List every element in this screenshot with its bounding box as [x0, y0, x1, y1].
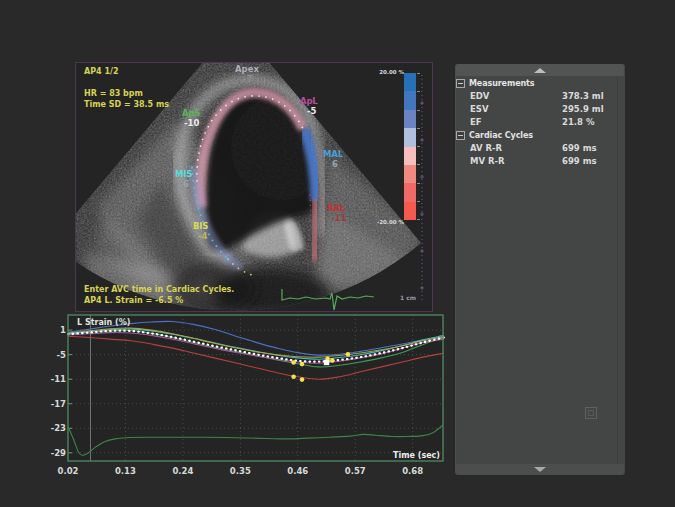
tick-label-y: -17	[51, 399, 66, 409]
segment-name: MIS	[175, 169, 192, 179]
marker-dot	[291, 374, 296, 379]
collapse-icon[interactable]	[456, 79, 465, 88]
scroll-down-button[interactable]	[456, 464, 624, 475]
segment-value: -5	[307, 106, 317, 116]
colorbar-segment	[404, 202, 416, 220]
scale-label: 1 cm	[400, 294, 416, 301]
scroll-down-icon	[534, 467, 546, 472]
chart-plot-area	[68, 315, 443, 461]
tick-label-x: 0.13	[115, 466, 136, 476]
time-sd-label: Time SD = 38.5 ms	[84, 100, 169, 109]
colorbar-max-label: 20.00 %	[379, 69, 404, 75]
segment-label-mal: MAL6	[323, 149, 343, 169]
segment-label-bal: BAL-11	[327, 203, 346, 223]
measurement-row-mv-r-r: MV R-R699 ms	[455, 155, 625, 168]
strain-result: AP4 L. Strain = -6.5 %	[84, 296, 183, 305]
tick-label-y: -5	[57, 350, 67, 360]
measurement-label: AV R-R	[470, 142, 502, 155]
measurement-label: ESV	[470, 103, 489, 116]
measurement-row-edv: EDV378.3 ml	[455, 90, 625, 103]
tick-label-x: 0.24	[172, 466, 193, 476]
segment-label-bis: BIS-4	[193, 221, 208, 241]
strain-colorbar: 20.00 % -20.00 %	[404, 73, 416, 220]
measurement-label: EF	[470, 116, 482, 129]
measurement-row-ef: EF21.8 %	[455, 116, 625, 129]
marker-dot	[291, 360, 296, 365]
segment-label-apl: ApL-5	[300, 96, 317, 116]
segment-name: BAL	[327, 203, 346, 213]
avc-message: Enter AVC time in Cardiac Cycles.	[84, 285, 234, 294]
section-title: Measurements	[469, 77, 534, 90]
measurement-value: 21.8 %	[562, 116, 594, 129]
measurement-label: MV R-R	[470, 155, 505, 168]
measurement-value: 699 ms	[562, 155, 597, 168]
segment-name: BIS	[193, 221, 208, 231]
colorbar-ticks	[417, 73, 420, 221]
measurement-row-av-r-r: AV R-R699 ms	[455, 142, 625, 155]
chart-xlabel: Time (sec)	[393, 451, 440, 460]
tick-label-x: 0.02	[58, 466, 79, 476]
marker-dot	[330, 358, 335, 363]
minus-glyph	[458, 83, 463, 84]
measurement-label: EDV	[470, 90, 489, 103]
colorbar-segment	[404, 73, 416, 91]
tick-label-y: -29	[51, 448, 66, 458]
depth-ruler	[420, 75, 424, 303]
segment-value: -10	[184, 118, 200, 128]
segment-value: -4	[198, 231, 208, 241]
apex-value: -7	[243, 74, 252, 84]
colorbar-segment	[404, 147, 416, 165]
scroll-up-icon	[534, 68, 546, 73]
marker-square	[324, 360, 329, 365]
measurement-value: 378.3 ml	[562, 90, 604, 103]
colorbar-segment	[404, 183, 416, 201]
segment-name: ApS	[182, 108, 200, 118]
tick-label-x: 0.46	[287, 466, 308, 476]
tick-label-x: 0.68	[402, 466, 423, 476]
strain-chart: L Strain (%)Time (sec)0.020.130.240.350.…	[44, 312, 448, 482]
segment-label-mis: MIS6	[175, 169, 192, 189]
measurement-value: 699 ms	[562, 142, 597, 155]
chart-title: L Strain (%)	[77, 318, 130, 327]
segment-value: 6	[183, 179, 192, 189]
tick-label-y: -11	[51, 374, 66, 384]
tick-label-y: -23	[51, 423, 66, 433]
minus-glyph	[458, 135, 463, 136]
view-label: AP4 1/2	[84, 67, 118, 76]
colorbar-segment	[404, 110, 416, 128]
tick-label-x: 0.35	[230, 466, 251, 476]
measurement-row-esv: ESV295.9 ml	[455, 103, 625, 116]
marker-dot	[346, 352, 351, 357]
panel-scroll-track[interactable]	[617, 76, 618, 464]
echo-display: 20.00 % -20.00 % AP4 1/2 HR = 83 bpm Tim…	[75, 62, 433, 312]
colorbar-segment	[404, 91, 416, 109]
tick-label-y: 1	[60, 325, 66, 335]
section-header-cardiac-cycles[interactable]: Cardiac Cycles	[455, 129, 625, 142]
measurement-value: 295.9 ml	[562, 103, 604, 116]
section-header-measurements[interactable]: Measurements	[455, 77, 625, 90]
apex-label: Apex	[235, 64, 259, 74]
scroll-up-button[interactable]	[456, 64, 624, 76]
colorbar-min-label: -20.00 %	[377, 219, 404, 225]
panel-widget-icon[interactable]	[585, 407, 597, 419]
colorbar-segment	[404, 165, 416, 183]
page: 20.00 % -20.00 % AP4 1/2 HR = 83 bpm Tim…	[0, 0, 675, 507]
segment-value: -11	[331, 213, 346, 223]
segment-name: ApL	[300, 96, 317, 106]
section-title: Cardiac Cycles	[469, 129, 533, 142]
segment-name: MAL	[323, 149, 343, 159]
hr-label: HR = 83 bpm	[84, 89, 143, 98]
segment-label-aps: ApS-10	[182, 108, 200, 128]
marker-dot	[300, 362, 305, 367]
colorbar-segment	[404, 128, 416, 146]
segment-value: 6	[332, 159, 343, 169]
measurements-panel: MeasurementsEDV378.3 mlESV295.9 mlEF21.8…	[455, 64, 625, 475]
collapse-icon[interactable]	[456, 131, 465, 140]
marker-dot	[300, 377, 305, 382]
tick-label-x: 0.57	[345, 466, 366, 476]
